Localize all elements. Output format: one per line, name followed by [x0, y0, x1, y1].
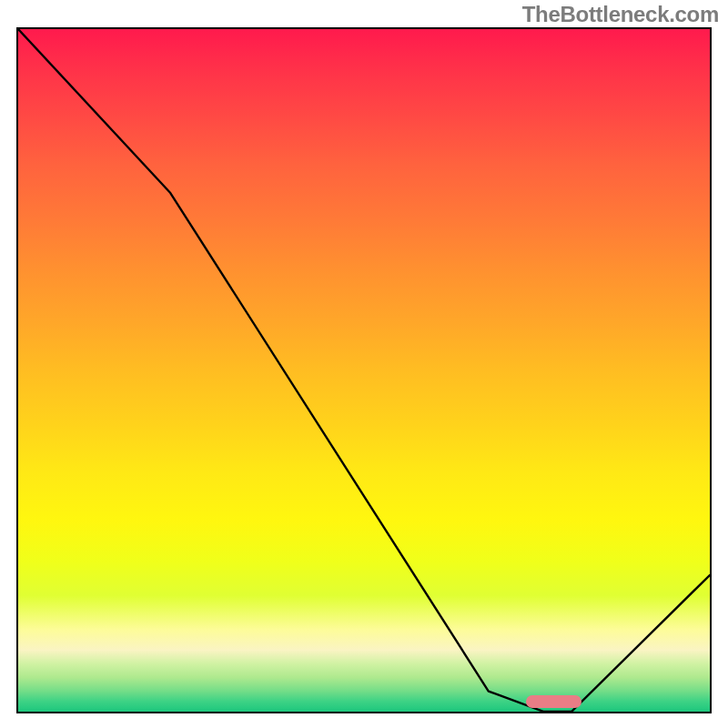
- chart-container: TheBottleneck.com: [0, 0, 728, 728]
- curve-path: [18, 29, 710, 712]
- plot-area: [16, 27, 712, 713]
- optimal-marker: [526, 695, 581, 708]
- bottleneck-curve: [18, 29, 710, 712]
- watermark-text: TheBottleneck.com: [522, 2, 719, 27]
